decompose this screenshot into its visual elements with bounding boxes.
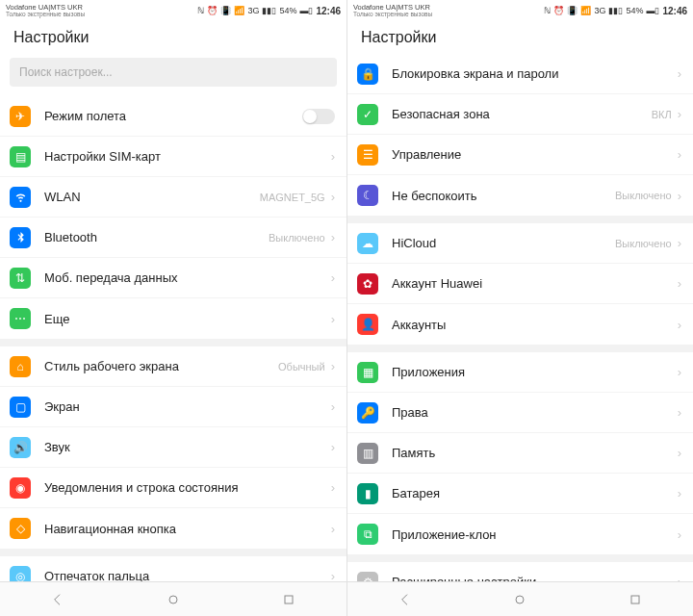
row-hicloud[interactable]: ☁ HiCloud Выключено › xyxy=(347,223,693,264)
status-bar: Vodafone UA|MTS UKR Только экстренные вы… xyxy=(347,0,693,21)
settings-list-left: ✈ Режим полета ▤ Настройки SIM-карт › WL… xyxy=(0,96,346,581)
row-sim[interactable]: ▤ Настройки SIM-карт › xyxy=(0,137,346,177)
svg-rect-1 xyxy=(285,596,293,603)
svg-point-0 xyxy=(169,596,177,603)
row-sound[interactable]: 🔊 Звук › xyxy=(0,427,346,468)
group-accounts: ☁ HiCloud Выключено › ✿ Аккаунт Huawei ›… xyxy=(347,223,693,345)
row-fingerprint[interactable]: ◎ Отпечаток пальца › xyxy=(0,556,346,581)
chevron-right-icon: › xyxy=(678,236,681,250)
display-icon: ▢ xyxy=(10,397,31,418)
signal-icon: ▮▮▯ xyxy=(608,6,623,15)
group-security2: 🔒 Блокировка экрана и пароли › ✓ Безопас… xyxy=(347,54,693,216)
alarm-icon: ⏰ xyxy=(553,6,564,15)
chevron-right-icon: › xyxy=(331,569,335,581)
chevron-right-icon: › xyxy=(678,365,681,379)
row-display[interactable]: ▢ Экран › xyxy=(0,387,346,427)
navkey-icon: ◇ xyxy=(10,518,31,539)
sound-icon: 🔊 xyxy=(10,437,31,458)
fingerprint-icon: ◎ xyxy=(10,566,31,582)
chevron-right-icon: › xyxy=(678,276,681,291)
row-safezone[interactable]: ✓ Безопасная зона ВКЛ › xyxy=(347,94,693,135)
wifi-status-icon: 📶 xyxy=(234,6,244,15)
accounts-icon: 👤 xyxy=(357,314,378,335)
chevron-right-icon: › xyxy=(678,486,681,500)
sim-icon: ▤ xyxy=(10,146,31,167)
chevron-right-icon: › xyxy=(678,107,681,121)
vibrate-icon: 📳 xyxy=(567,6,578,15)
wifi-icon xyxy=(10,187,31,208)
nav-home-button[interactable] xyxy=(510,590,529,609)
shield-icon: ✓ xyxy=(357,104,378,125)
chevron-right-icon: › xyxy=(331,522,335,536)
emergency-label: Только экстренные вызовы xyxy=(6,12,85,18)
nfc-icon: ℕ xyxy=(544,6,551,15)
system-navbar xyxy=(0,581,346,616)
dnd-icon: ☾ xyxy=(357,185,378,206)
row-navkey[interactable]: ◇ Навигационная кнопка › xyxy=(0,508,346,549)
row-notifications[interactable]: ◉ Уведомления и строка состояния › xyxy=(0,468,346,508)
row-more[interactable]: ⋯ Еще › xyxy=(0,298,346,339)
group-system: ⚙ Расширенные настройки › ⟳ Обновление с… xyxy=(347,562,693,581)
svg-point-2 xyxy=(516,596,524,603)
chevron-right-icon: › xyxy=(331,480,335,495)
chevron-right-icon: › xyxy=(331,190,335,204)
nav-home-button[interactable] xyxy=(164,590,183,609)
net-label: 3G xyxy=(594,6,605,15)
row-dnd[interactable]: ☾ Не беспокоить Выключено › xyxy=(347,175,693,216)
chevron-right-icon: › xyxy=(331,149,335,164)
chevron-right-icon: › xyxy=(331,312,335,326)
row-advanced[interactable]: ⚙ Расширенные настройки › xyxy=(347,562,693,581)
vibrate-icon: 📳 xyxy=(220,6,231,15)
nav-back-button[interactable] xyxy=(48,590,67,609)
row-homestyle[interactable]: ⌂ Стиль рабочего экрана Обычный › xyxy=(0,346,346,387)
nav-recent-button[interactable] xyxy=(626,590,645,609)
airplane-toggle[interactable] xyxy=(302,109,335,124)
battery-pct: 54% xyxy=(626,6,643,15)
chevron-right-icon: › xyxy=(678,66,681,81)
perms-icon: 🔑 xyxy=(357,402,378,424)
chevron-right-icon: › xyxy=(678,405,681,420)
chevron-right-icon: › xyxy=(678,318,681,332)
group-apps: ▦ Приложения › 🔑 Права › ▥ Память › ▮ Ба… xyxy=(347,352,693,554)
more-icon: ⋯ xyxy=(10,308,31,329)
row-memory[interactable]: ▥ Память › xyxy=(347,433,693,474)
row-accounts[interactable]: 👤 Аккаунты › xyxy=(347,304,693,345)
row-apps[interactable]: ▦ Приложения › xyxy=(347,352,693,393)
row-airplane[interactable]: ✈ Режим полета xyxy=(0,96,346,137)
chevron-right-icon: › xyxy=(331,399,335,414)
row-bluetooth[interactable]: Bluetooth Выключено › xyxy=(0,218,346,258)
row-manage[interactable]: ☰ Управление › xyxy=(347,135,693,175)
row-lockscreen[interactable]: 🔒 Блокировка экрана и пароли › xyxy=(347,54,693,94)
clock: 12:46 xyxy=(316,6,341,16)
alarm-icon: ⏰ xyxy=(207,6,218,15)
row-permissions[interactable]: 🔑 Права › xyxy=(347,393,693,433)
row-mobiledata[interactable]: ⇅ Моб. передача данных › xyxy=(0,258,346,298)
wifi-status-icon: 📶 xyxy=(580,6,591,15)
row-huawei-account[interactable]: ✿ Аккаунт Huawei › xyxy=(347,264,693,304)
phone-right: Vodafone UA|MTS UKR Только экстренные вы… xyxy=(346,0,693,616)
group-security: ◎ Отпечаток пальца › 🔒 Блокировка экрана… xyxy=(0,556,346,581)
nfc-icon: ℕ xyxy=(197,6,204,15)
nav-recent-button[interactable] xyxy=(279,590,298,609)
battery-icon: ▮ xyxy=(357,483,378,504)
advanced-icon: ⚙ xyxy=(357,572,378,582)
nav-back-button[interactable] xyxy=(396,590,415,609)
search-input[interactable]: Поиск настроек... xyxy=(10,58,337,87)
chevron-right-icon: › xyxy=(331,440,335,454)
homestyle-icon: ⌂ xyxy=(10,356,31,377)
memory-icon: ▥ xyxy=(357,443,378,464)
apps-icon: ▦ xyxy=(357,362,378,383)
clone-icon: ⧉ xyxy=(357,524,378,545)
row-appclone[interactable]: ⧉ Приложение-клон › xyxy=(347,514,693,554)
chevron-right-icon: › xyxy=(331,359,335,373)
airplane-icon: ✈ xyxy=(10,106,31,127)
signal-icon: ▮▮▯ xyxy=(262,6,276,15)
row-wlan[interactable]: WLAN MAGNET_5G › xyxy=(0,177,346,218)
search-wrap: Поиск настроек... xyxy=(0,54,346,96)
system-navbar xyxy=(347,581,693,616)
chevron-right-icon: › xyxy=(678,527,681,542)
row-battery[interactable]: ▮ Батарея › xyxy=(347,474,693,514)
search-placeholder: Поиск настроек... xyxy=(19,65,113,79)
bluetooth-icon xyxy=(10,227,31,248)
chevron-right-icon: › xyxy=(678,147,681,162)
